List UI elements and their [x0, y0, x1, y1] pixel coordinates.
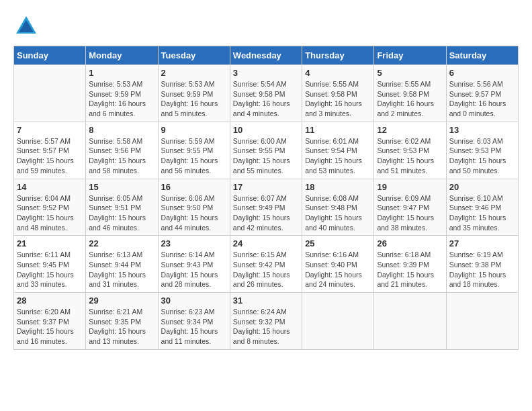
day-number: 14	[17, 182, 83, 192]
day-number: 4	[305, 68, 371, 78]
cell-info: Sunrise: 6:06 AM Sunset: 9:50 PM Dayligh…	[161, 193, 227, 233]
day-number: 21	[17, 238, 83, 248]
cell-info: Sunrise: 6:04 AM Sunset: 9:52 PM Dayligh…	[17, 193, 83, 233]
calendar-cell: 26Sunrise: 6:18 AM Sunset: 9:39 PM Dayli…	[374, 236, 446, 293]
calendar-cell: 31Sunrise: 6:24 AM Sunset: 9:32 PM Dayli…	[230, 293, 302, 350]
day-number: 29	[89, 295, 154, 306]
day-number: 6	[449, 68, 515, 78]
calendar-cell	[302, 293, 374, 350]
day-header-saturday: Saturday	[446, 46, 518, 65]
calendar-cell: 30Sunrise: 6:23 AM Sunset: 9:34 PM Dayli…	[158, 293, 230, 350]
cell-info: Sunrise: 6:21 AM Sunset: 9:35 PM Dayligh…	[89, 307, 154, 347]
cell-info: Sunrise: 5:58 AM Sunset: 9:56 PM Dayligh…	[89, 136, 154, 176]
cell-info: Sunrise: 5:59 AM Sunset: 9:55 PM Dayligh…	[161, 136, 227, 176]
cell-info: Sunrise: 6:02 AM Sunset: 9:53 PM Dayligh…	[377, 136, 443, 176]
day-header-tuesday: Tuesday	[158, 46, 230, 65]
calendar-week-row: 7Sunrise: 5:57 AM Sunset: 9:57 PM Daylig…	[14, 122, 519, 179]
cell-info: Sunrise: 5:57 AM Sunset: 9:57 PM Dayligh…	[17, 136, 83, 176]
day-number: 24	[233, 238, 299, 248]
calendar-cell: 7Sunrise: 5:57 AM Sunset: 9:57 PM Daylig…	[14, 122, 86, 179]
day-header-wednesday: Wednesday	[230, 46, 302, 65]
calendar-cell: 6Sunrise: 5:56 AM Sunset: 9:57 PM Daylig…	[446, 65, 518, 122]
cell-info: Sunrise: 6:11 AM Sunset: 9:45 PM Dayligh…	[17, 250, 83, 289]
calendar-week-row: 21Sunrise: 6:11 AM Sunset: 9:45 PM Dayli…	[14, 236, 519, 293]
calendar-cell: 9Sunrise: 5:59 AM Sunset: 9:55 PM Daylig…	[158, 122, 230, 179]
calendar-cell: 14Sunrise: 6:04 AM Sunset: 9:52 PM Dayli…	[14, 179, 86, 236]
cell-info: Sunrise: 6:03 AM Sunset: 9:53 PM Dayligh…	[449, 136, 515, 176]
calendar-cell: 20Sunrise: 6:10 AM Sunset: 9:46 PM Dayli…	[446, 179, 518, 236]
page-header	[13, 13, 519, 39]
day-header-friday: Friday	[374, 46, 446, 65]
cell-info: Sunrise: 6:01 AM Sunset: 9:54 PM Dayligh…	[305, 136, 371, 176]
cell-info: Sunrise: 5:53 AM Sunset: 9:59 PM Dayligh…	[89, 79, 154, 119]
day-number: 19	[377, 182, 443, 192]
day-number: 27	[449, 238, 515, 248]
cell-info: Sunrise: 6:07 AM Sunset: 9:49 PM Dayligh…	[233, 193, 299, 233]
day-number: 9	[161, 125, 227, 135]
calendar-cell	[374, 293, 446, 350]
calendar-table: SundayMondayTuesdayWednesdayThursdayFrid…	[13, 46, 519, 350]
calendar-header-row: SundayMondayTuesdayWednesdayThursdayFrid…	[14, 46, 519, 65]
calendar-cell: 5Sunrise: 5:55 AM Sunset: 9:58 PM Daylig…	[374, 65, 446, 122]
calendar-cell: 2Sunrise: 5:53 AM Sunset: 9:59 PM Daylig…	[158, 65, 230, 122]
calendar-cell	[446, 293, 518, 350]
day-number: 10	[233, 125, 299, 135]
calendar-cell: 24Sunrise: 6:15 AM Sunset: 9:42 PM Dayli…	[230, 236, 302, 293]
cell-info: Sunrise: 6:20 AM Sunset: 9:37 PM Dayligh…	[17, 307, 83, 347]
calendar-cell: 8Sunrise: 5:58 AM Sunset: 9:56 PM Daylig…	[86, 122, 158, 179]
cell-info: Sunrise: 6:23 AM Sunset: 9:34 PM Dayligh…	[161, 307, 227, 347]
day-number: 11	[305, 125, 371, 135]
day-number: 2	[161, 68, 227, 78]
calendar-cell: 25Sunrise: 6:16 AM Sunset: 9:40 PM Dayli…	[302, 236, 374, 293]
cell-info: Sunrise: 6:09 AM Sunset: 9:47 PM Dayligh…	[377, 193, 443, 233]
day-number: 23	[161, 238, 227, 248]
day-number: 30	[161, 295, 227, 306]
calendar-week-row: 28Sunrise: 6:20 AM Sunset: 9:37 PM Dayli…	[14, 293, 519, 350]
cell-info: Sunrise: 6:24 AM Sunset: 9:32 PM Dayligh…	[233, 307, 299, 347]
day-number: 17	[233, 182, 299, 192]
day-number: 28	[17, 295, 83, 306]
calendar-cell: 12Sunrise: 6:02 AM Sunset: 9:53 PM Dayli…	[374, 122, 446, 179]
cell-info: Sunrise: 6:05 AM Sunset: 9:51 PM Dayligh…	[89, 193, 154, 233]
calendar-cell: 23Sunrise: 6:14 AM Sunset: 9:43 PM Dayli…	[158, 236, 230, 293]
cell-info: Sunrise: 6:18 AM Sunset: 9:39 PM Dayligh…	[377, 250, 443, 289]
calendar-cell: 11Sunrise: 6:01 AM Sunset: 9:54 PM Dayli…	[302, 122, 374, 179]
calendar-cell: 27Sunrise: 6:19 AM Sunset: 9:38 PM Dayli…	[446, 236, 518, 293]
day-number: 16	[161, 182, 227, 192]
day-number: 31	[233, 295, 299, 306]
cell-info: Sunrise: 5:55 AM Sunset: 9:58 PM Dayligh…	[305, 79, 371, 119]
day-number: 3	[233, 68, 299, 78]
calendar-cell: 29Sunrise: 6:21 AM Sunset: 9:35 PM Dayli…	[86, 293, 158, 350]
cell-info: Sunrise: 5:56 AM Sunset: 9:57 PM Dayligh…	[449, 79, 515, 119]
calendar-cell: 22Sunrise: 6:13 AM Sunset: 9:44 PM Dayli…	[86, 236, 158, 293]
cell-info: Sunrise: 6:14 AM Sunset: 9:43 PM Dayligh…	[161, 250, 227, 289]
calendar-cell: 3Sunrise: 5:54 AM Sunset: 9:58 PM Daylig…	[230, 65, 302, 122]
logo	[13, 13, 40, 39]
cell-info: Sunrise: 6:15 AM Sunset: 9:42 PM Dayligh…	[233, 250, 299, 289]
calendar-cell: 4Sunrise: 5:55 AM Sunset: 9:58 PM Daylig…	[302, 65, 374, 122]
day-header-sunday: Sunday	[14, 46, 86, 65]
day-number: 22	[89, 238, 154, 248]
day-number: 26	[377, 238, 443, 248]
cell-info: Sunrise: 5:53 AM Sunset: 9:59 PM Dayligh…	[161, 79, 227, 119]
calendar-cell: 18Sunrise: 6:08 AM Sunset: 9:48 PM Dayli…	[302, 179, 374, 236]
cell-info: Sunrise: 6:19 AM Sunset: 9:38 PM Dayligh…	[449, 250, 515, 289]
day-header-monday: Monday	[86, 46, 158, 65]
calendar-week-row: 1Sunrise: 5:53 AM Sunset: 9:59 PM Daylig…	[14, 65, 519, 122]
day-number: 20	[449, 182, 515, 192]
cell-info: Sunrise: 6:10 AM Sunset: 9:46 PM Dayligh…	[449, 193, 515, 233]
day-number: 8	[89, 125, 154, 135]
cell-info: Sunrise: 5:54 AM Sunset: 9:58 PM Dayligh…	[233, 79, 299, 119]
day-number: 15	[89, 182, 154, 192]
day-header-thursday: Thursday	[302, 46, 374, 65]
day-number: 5	[377, 68, 443, 78]
day-number: 7	[17, 125, 83, 135]
calendar-cell: 19Sunrise: 6:09 AM Sunset: 9:47 PM Dayli…	[374, 179, 446, 236]
calendar-cell: 1Sunrise: 5:53 AM Sunset: 9:59 PM Daylig…	[86, 65, 158, 122]
calendar-cell: 28Sunrise: 6:20 AM Sunset: 9:37 PM Dayli…	[14, 293, 86, 350]
calendar-cell: 10Sunrise: 6:00 AM Sunset: 9:55 PM Dayli…	[230, 122, 302, 179]
calendar-cell: 16Sunrise: 6:06 AM Sunset: 9:50 PM Dayli…	[158, 179, 230, 236]
calendar-cell: 15Sunrise: 6:05 AM Sunset: 9:51 PM Dayli…	[86, 179, 158, 236]
calendar-cell: 17Sunrise: 6:07 AM Sunset: 9:49 PM Dayli…	[230, 179, 302, 236]
day-number: 13	[449, 125, 515, 135]
